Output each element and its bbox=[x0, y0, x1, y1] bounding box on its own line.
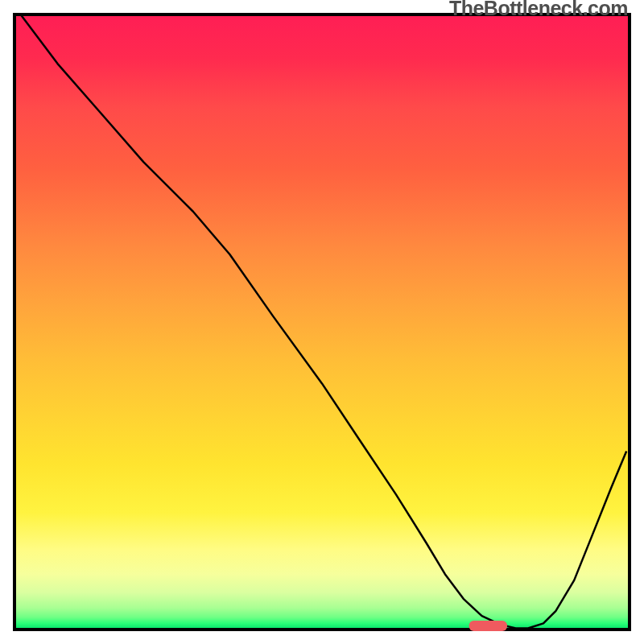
plot-background-gradient bbox=[14, 14, 630, 630]
watermark-label: TheBottleneck.com bbox=[449, 0, 628, 20]
bottleneck-chart: TheBottleneck.com bbox=[0, 0, 644, 644]
